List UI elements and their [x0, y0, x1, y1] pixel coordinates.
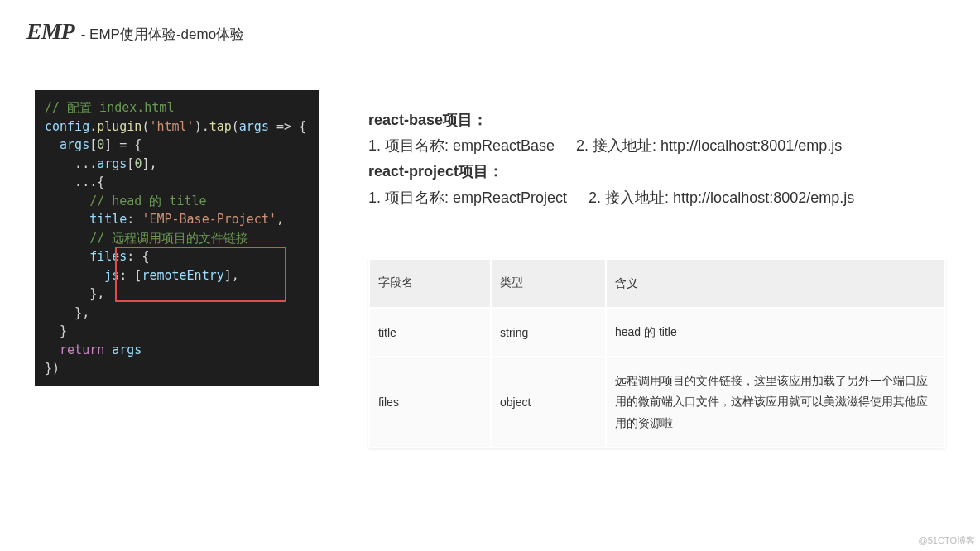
code-token: 'html': [149, 119, 194, 134]
footer-watermark: @51CTO博客: [919, 534, 975, 547]
project-url: 2. 接入地址: http://localhost:8001/emp.js: [576, 136, 842, 156]
right-panel: react-base项目： 1. 项目名称: empReactBase 2. 接…: [368, 90, 945, 448]
code-token: files: [45, 249, 127, 264]
code-token: ],: [142, 156, 156, 171]
code-token: title: [45, 212, 127, 227]
table-row: files object 远程调用项目的文件链接，这里该应用加载了另外一个端口应…: [370, 357, 944, 447]
project-block: react-project项目：: [368, 161, 945, 182]
code-token: ...{: [45, 175, 104, 189]
project-line: 1. 项目名称: empReactProject 2. 接入地址: http:/…: [368, 188, 945, 208]
code-token: : [: [119, 268, 142, 283]
code-comment: // 远程调用项目的文件链接: [45, 231, 248, 246]
table-header-row: 字段名 类型 含义: [370, 260, 944, 307]
code-token: js: [45, 268, 119, 283]
code-token: args: [97, 156, 127, 171]
code-token: : {: [127, 249, 149, 264]
code-token: ],: [224, 268, 239, 283]
code-comment: // 配置 index.html: [45, 100, 174, 115]
page-title: - EMP使用体验-demo体验: [81, 25, 244, 44]
code-token: :: [127, 212, 142, 227]
project-name: 1. 项目名称: empReactBase: [368, 136, 555, 156]
code-token: args: [45, 137, 89, 152]
project-name: 1. 项目名称: empReactProject: [368, 188, 567, 208]
cell-type: string: [492, 309, 605, 356]
code-token: 0: [97, 137, 104, 152]
cell-meaning: head 的 title: [607, 309, 944, 356]
th-meaning: 含义: [607, 260, 944, 307]
project-title: react-project项目：: [368, 163, 503, 180]
code-comment: // head 的 title: [45, 194, 207, 208]
cell-meaning: 远程调用项目的文件链接，这里该应用加载了另外一个端口应用的微前端入口文件，这样该…: [607, 357, 944, 447]
code-token: ).: [195, 119, 209, 134]
cell-type: object: [492, 357, 605, 447]
project-line: 1. 项目名称: empReactBase 2. 接入地址: http://lo…: [368, 136, 945, 156]
code-token: },: [45, 305, 89, 320]
code-token: .: [89, 119, 97, 134]
code-token: ,: [276, 212, 284, 227]
code-token: args: [239, 119, 269, 134]
code-token: },: [45, 286, 104, 301]
code-token: ...: [45, 156, 97, 171]
code-token: }: [45, 323, 67, 338]
header: EMP - EMP使用体验-demo体验: [0, 0, 980, 45]
code-token: [: [89, 137, 97, 152]
project-block: react-base项目：: [368, 110, 945, 131]
code-token: }): [45, 361, 60, 376]
code-token: config: [45, 119, 89, 134]
cell-field: files: [370, 357, 490, 447]
code-token: (: [232, 119, 239, 134]
fields-table: 字段名 类型 含义 title string head 的 title file…: [368, 258, 945, 448]
cell-field: title: [370, 309, 490, 356]
project-url: 2. 接入地址: http://localhost:8002/emp.js: [588, 188, 854, 208]
project-title: react-base项目：: [368, 112, 488, 128]
code-token: remoteEntry: [142, 268, 223, 283]
code-token: return: [45, 343, 104, 357]
th-type: 类型: [492, 260, 605, 307]
code-token: => {: [269, 119, 306, 134]
code-block: // 配置 index.html config.plugin('html').t…: [35, 90, 319, 386]
content: // 配置 index.html config.plugin('html').t…: [0, 45, 980, 448]
logo: EMP: [26, 18, 74, 45]
code-token: 'EMP-Base-Project': [142, 212, 276, 227]
code-token: ] = {: [104, 137, 142, 152]
code-token: args: [104, 343, 142, 357]
table-row: title string head 的 title: [370, 309, 944, 356]
th-field: 字段名: [370, 260, 490, 307]
code-token: tap: [209, 119, 232, 134]
code-token: plugin: [97, 119, 142, 134]
